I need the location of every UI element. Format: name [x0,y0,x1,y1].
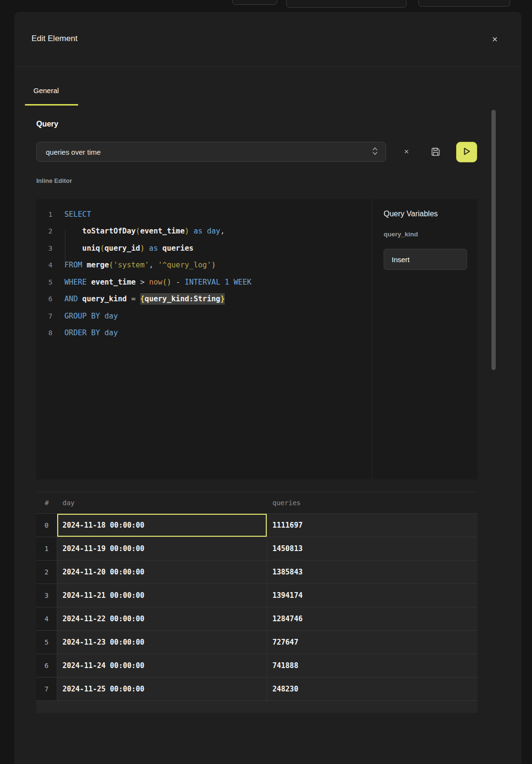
line-number: 1 [36,211,52,218]
table-row: 52024-11-23 00:00:00727647 [36,631,478,654]
line-number: 7 [36,312,52,320]
results-table: #dayqueries 02024-11-18 00:00:0011116971… [36,492,478,713]
code-text: SELECT [64,210,91,219]
table-row: 42024-11-22 00:00:001284746 [36,607,478,631]
active-tab-indicator [25,104,78,106]
code-text: WHERE event_time > now() - INTERVAL 1 WE… [64,278,251,286]
row-index-cell[interactable]: 7 [36,678,57,700]
line-number: 4 [36,261,52,269]
insert-variable-button[interactable]: Insert [384,249,467,270]
queries-cell[interactable]: 727647 [267,631,478,654]
queries-cell[interactable]: 1450813 [267,537,478,560]
code-lines: 1SELECT2 toStartOfDay(event_time) as day… [36,206,372,341]
code-line[interactable]: 6AND query_kind = {query_kind:String} [36,291,372,308]
column-header-index: # [36,492,57,513]
line-number: 2 [36,227,52,235]
table-row: 72024-11-25 00:00:00248230 [36,678,478,701]
query-variables-heading: Query Variables [384,210,438,218]
row-index-cell[interactable]: 1 [36,537,57,560]
close-icon[interactable]: × [488,32,502,46]
edit-element-modal: Edit Element × General Query queries ove… [14,12,522,764]
row-index-cell[interactable]: 6 [36,654,57,677]
code-line[interactable]: 2 toStartOfDay(event_time) as day, [36,223,372,240]
day-cell[interactable]: 2024-11-20 00:00:00 [57,561,267,584]
clear-selection-icon[interactable]: × [399,145,414,159]
row-index-cell[interactable]: 0 [36,514,57,537]
code-line[interactable]: 3 uniq(query_id) as queries [36,240,372,257]
line-number: 5 [36,278,52,286]
code-text: FROM merge('system', '^query_log') [64,261,216,269]
table-row: 62024-11-24 00:00:00741888 [36,654,478,678]
results-body: 02024-11-18 00:00:00111169712024-11-19 0… [36,514,478,701]
background-toolbar-input [418,0,510,7]
line-number: 3 [36,244,52,252]
tab-general-label: General [33,86,59,95]
sql-editor[interactable]: 1SELECT2 toStartOfDay(event_time) as day… [36,199,478,479]
header-divider [14,66,522,67]
row-index-cell[interactable]: 2 [36,561,57,584]
code-text: uniq(query_id) as queries [64,244,194,253]
day-cell[interactable]: 2024-11-25 00:00:00 [57,678,267,700]
indent-guide [65,231,65,265]
modal-scrollbar[interactable] [491,110,496,370]
code-line[interactable]: 8ORDER BY day [36,325,372,342]
tab-general[interactable]: General [33,86,59,95]
line-number: 6 [36,295,52,303]
results-header: #dayqueries [36,492,478,514]
code-text: AND query_kind = {query_kind:String} [64,295,225,303]
queries-cell[interactable]: 1284746 [267,607,478,630]
code-line[interactable]: 4FROM merge('system', '^query_log') [36,257,372,274]
run-query-button[interactable] [456,142,477,162]
column-header-day: day [57,492,267,513]
code-text: toStartOfDay(event_time) as day, [64,227,225,235]
results-footer [36,701,478,713]
line-number: 8 [36,329,52,337]
table-row: 22024-11-20 00:00:001385843 [36,561,478,584]
row-index-cell[interactable]: 3 [36,584,57,607]
row-index-cell[interactable]: 5 [36,631,57,654]
page-background: Edit Element × General Query queries ove… [0,0,532,764]
background-toolbar-button [232,0,277,5]
queries-cell[interactable]: 741888 [267,654,478,677]
modal-title: Edit Element [31,34,77,43]
code-line[interactable]: 5WHERE event_time > now() - INTERVAL 1 W… [36,274,372,291]
code-line[interactable]: 1SELECT [36,206,372,223]
day-cell[interactable]: 2024-11-23 00:00:00 [57,631,267,654]
day-cell[interactable]: 2024-11-22 00:00:00 [57,607,267,630]
queries-cell[interactable]: 248230 [267,678,478,700]
select-chevron-icon [372,147,378,158]
queries-cell[interactable]: 1385843 [267,561,478,584]
query-variables-panel: Query Variables query_kind Insert [372,199,478,479]
table-row: 12024-11-19 00:00:001450813 [36,537,478,561]
row-index-cell[interactable]: 4 [36,607,57,630]
day-cell[interactable]: 2024-11-21 00:00:00 [57,584,267,607]
background-toolbar-input [286,0,407,8]
queries-cell[interactable]: 1111697 [267,514,478,537]
code-line[interactable]: 7GROUP BY day [36,308,372,325]
play-icon [461,146,472,158]
day-cell[interactable]: 2024-11-24 00:00:00 [57,654,267,677]
query-select[interactable]: queries over time [36,142,386,162]
column-header-queries: queries [267,492,478,513]
inline-editor-label: Inline Editor [36,177,72,184]
variable-name-label: query_kind [384,231,418,238]
code-text: GROUP BY day [64,312,118,320]
day-cell[interactable]: 2024-11-19 00:00:00 [57,537,267,560]
table-row: 32024-11-21 00:00:001394174 [36,584,478,607]
query-select-value: queries over time [46,148,372,156]
query-section-heading: Query [36,120,58,128]
table-row: 02024-11-18 00:00:001111697 [36,514,478,537]
save-icon[interactable] [427,143,445,160]
code-text: ORDER BY day [64,329,118,337]
day-cell[interactable]: 2024-11-18 00:00:00 [57,514,267,537]
queries-cell[interactable]: 1394174 [267,584,478,607]
